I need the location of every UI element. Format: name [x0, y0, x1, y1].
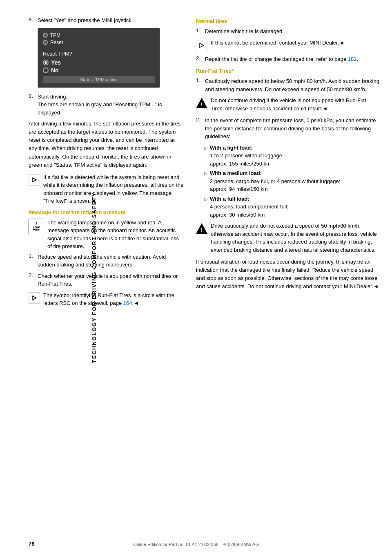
drive-warning-box: ! Drive cautiously and do not exceed a s… [196, 222, 380, 254]
left-step-1-num: 1. [29, 253, 35, 269]
screen-top-items: TPM Reset [43, 32, 155, 45]
page-container: TECHNOLOGY FOR DRIVING COMFORT AND SAFET… [0, 0, 392, 555]
bullet-medium-load-text: With a medium load: 2 persons, cargo bay… [210, 169, 380, 193]
left-step-1: 1. Reduce speed and stop the vehicle wit… [29, 253, 184, 269]
screen-reset-item: Reset [43, 40, 155, 45]
warning-icon-2: ! [196, 223, 207, 234]
screen-status: Status: TPM active [43, 76, 155, 83]
bullet-light-detail: 1 to 2 persons without luggage:approx. 1… [210, 152, 284, 167]
bullet-arrow-1: ▷ [204, 145, 207, 168]
normal-step-2-num: 2. [196, 55, 203, 63]
left-step-2: 2. Check whether your vehicle is equippe… [29, 272, 184, 288]
bullet-full-label: With a full load: [210, 196, 249, 202]
normal-step-1-num: 1. [196, 27, 203, 36]
runflat-step-1-num: 1. [196, 77, 203, 93]
normal-step-1-text: Determine which tire is damaged. [205, 27, 380, 36]
left-step-2-num: 2. [29, 272, 35, 288]
tire-pressure-icon: ! LOW TIRE [29, 219, 44, 234]
tire-low-label: LOW [33, 226, 40, 229]
tpm-screen: TPM Reset Reset TPM? Yes [38, 28, 160, 88]
screen-question: Reset TPM? [43, 51, 155, 57]
section-heading-tire-pressure: Message for low tire inflation pressure [29, 209, 184, 215]
bullet-light-load: ▷ With a light load: 1 to 2 persons with… [204, 144, 380, 168]
runflat-warning-text: Do not continue driving if the vehicle i… [211, 96, 380, 112]
left-step-1-text: Reduce speed and stop the vehicle with c… [38, 253, 184, 269]
screen-tpm-item: TPM [43, 32, 155, 38]
runflat-step-2: 2. In the event of complete tire pressur… [196, 116, 380, 141]
arrow-right-icon [31, 177, 37, 183]
screen-divider [43, 48, 155, 48]
arrow-right-icon-2 [31, 295, 37, 301]
tire-note-text: The warning lamps come on in yellow and … [47, 219, 184, 251]
runflat-heading: Run-Flat Tires* [196, 68, 380, 74]
tire-exclaim: ! [36, 221, 37, 226]
svg-marker-2 [200, 43, 204, 47]
normal-note-1: If this cannot be determined, contact yo… [196, 39, 380, 51]
step-8-text: Select "Yes" and press the MINI joystick… [38, 16, 184, 25]
page-footer: Online Edition for Part no. 01 41 2 602 … [0, 542, 392, 547]
screen-tpm-label: TPM [50, 32, 60, 38]
normal-step-2-text: Repair the flat tire or change the damag… [205, 55, 380, 63]
runflat-step-1: 1. Cautiously reduce speed to below 50 m… [196, 77, 380, 93]
step-9-line1: Start driving. [38, 93, 184, 101]
svg-marker-1 [32, 296, 36, 300]
normal-note-icon-1 [196, 40, 207, 51]
page-164-link[interactable]: 164 [123, 300, 132, 306]
svg-marker-0 [32, 178, 36, 182]
normal-step-2: 2. Repair the flat tire or change the da… [196, 55, 380, 63]
left-column: 8. Select "Yes" and press the MINI joyst… [29, 16, 184, 311]
step-9-line2: The tires are shown in gray and "Resetti… [38, 101, 184, 116]
tpm-screen-wrapper: TPM Reset Reset TPM? Yes [29, 28, 184, 88]
bullet-medium-label: With a medium load: [210, 170, 262, 176]
tire-icon-section: ! LOW TIRE The warning lamps come on in … [29, 219, 184, 251]
bullets-container: ▷ With a light load: 1 to 2 persons with… [204, 144, 380, 219]
runflat-step-2-text: In the event of complete tire pressure l… [205, 116, 380, 141]
bullet-light-load-text: With a light load: 1 to 2 persons withou… [210, 144, 380, 168]
normal-step-1: 1. Determine which tire is damaged. [196, 27, 380, 36]
screen-reset-label: Reset [50, 40, 63, 45]
step-9-num: 9. [29, 93, 35, 117]
bullet-full-load-text: With a full load: 4 persons, load compar… [210, 195, 380, 219]
bullet-light-label: With a light load: [210, 145, 253, 151]
note-box-1: If a flat tire is detected while the sys… [29, 173, 184, 205]
step-9-content: Start driving. The tires are shown in gr… [38, 93, 184, 117]
bullet-full-load: ▷ With a full load: 4 persons, load comp… [204, 195, 380, 219]
main-content: 8. Select "Yes" and press the MINI joyst… [29, 16, 380, 311]
note-text-2: The symbol identifying Run-Flat Tires is… [43, 291, 184, 307]
final-paragraph: If unusual vibration or loud noises occu… [196, 258, 380, 291]
right-column: Normal tires 1. Determine which tire is … [196, 16, 380, 311]
screen-no-label: No [51, 67, 59, 74]
note-text-1: If a flat tire is detected while the sys… [43, 173, 184, 205]
bullet-medium-load: ▷ With a medium load: 2 persons, cargo b… [204, 169, 380, 193]
note-box-2: The symbol identifying Run-Flat Tires is… [29, 291, 184, 307]
normal-note-text-1: If this cannot be determined, contact yo… [211, 39, 380, 51]
screen-yes-label: Yes [51, 59, 61, 66]
screen-no-option: No [43, 67, 155, 74]
radio-reset [43, 40, 48, 45]
left-step-2-text: Check whether your vehicle is equipped w… [38, 272, 184, 288]
arrow-right-icon-3 [199, 43, 205, 48]
bullet-medium-detail: 2 persons, cargo bay full, or 4 persons … [210, 178, 340, 192]
runflat-step-2-num: 2. [196, 116, 203, 141]
step-8: 8. Select "Yes" and press the MINI joyst… [29, 16, 184, 25]
runflat-warning-box: ! Do not continue driving if the vehicle… [196, 96, 380, 112]
screen-yes-option: Yes [43, 59, 155, 66]
warning-icon-1: ! [196, 97, 207, 109]
normal-tires-heading: Normal tires [196, 18, 380, 24]
runflat-step-1-text: Cautiously reduce speed to below 50 mph/… [205, 77, 380, 93]
bullet-arrow-2: ▷ [204, 170, 207, 193]
drive-warning-text: Drive cautiously and do not exceed a spe… [211, 222, 380, 254]
step-9: 9. Start driving. The tires are shown in… [29, 93, 184, 117]
note-icon-2 [29, 292, 40, 304]
radio-tpm [43, 33, 48, 38]
para-after-step9: After driving a few minutes, the set inf… [29, 120, 184, 169]
bullet-arrow-3: ▷ [204, 196, 207, 219]
tire-tire-label: TIRE [33, 229, 40, 232]
screen-yes-dot [43, 60, 49, 65]
screen-no-dot [43, 67, 49, 73]
page-182-link[interactable]: 182 [348, 56, 357, 62]
sidebar-label: TECHNOLOGY FOR DRIVING COMFORT AND SAFET… [91, 192, 97, 363]
step-8-num: 8. [29, 16, 35, 25]
note-icon-1 [29, 174, 40, 186]
bullet-full-detail: 4 persons, load compartment full:approx.… [210, 204, 288, 218]
